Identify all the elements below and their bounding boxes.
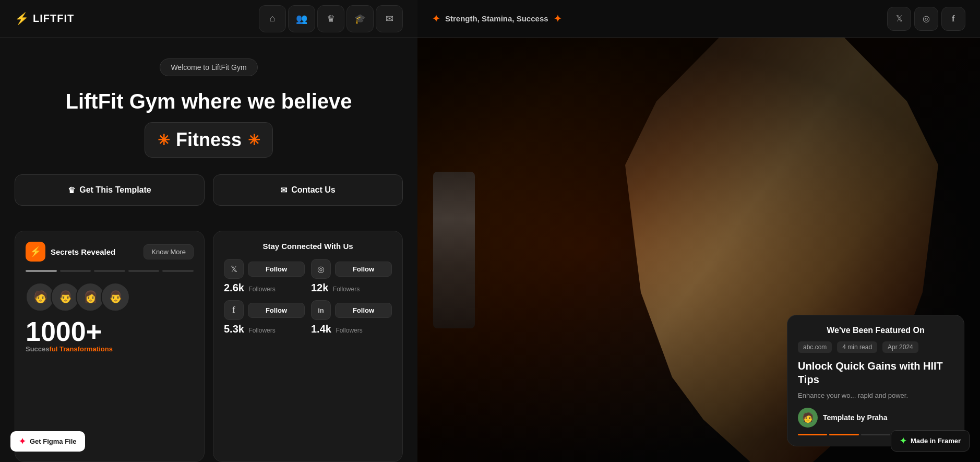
left-panel: ⚡ LIFTFIT ⌂ 👥 ♛ 🎓 ✉ Welcome to LiftFit G… bbox=[0, 0, 417, 462]
progress-bar-row bbox=[26, 270, 194, 272]
instagram-nav-button[interactable]: ◎ bbox=[914, 7, 938, 31]
progress-seg-4 bbox=[128, 270, 160, 272]
framer-label: Made in Framer bbox=[911, 437, 961, 445]
secrets-title: Secrets Revealed bbox=[51, 247, 115, 256]
logo-bolt-icon: ⚡ bbox=[15, 12, 29, 26]
get-template-label: Get This Template bbox=[79, 185, 151, 195]
author-avatar: 🧑 bbox=[798, 408, 818, 428]
contact-icon: ✉ bbox=[280, 185, 287, 195]
linkedin-follow-button[interactable]: Follow bbox=[335, 303, 392, 318]
facebook-followers-label: Followers bbox=[248, 327, 275, 334]
facebook-row: f Follow bbox=[224, 300, 305, 320]
hero-section: Welcome to LiftFit Gym LiftFit Gym where… bbox=[0, 38, 417, 231]
twitter-followers-label: Followers bbox=[248, 286, 275, 293]
instagram-followers-label: Followers bbox=[333, 286, 360, 293]
secrets-card: ⚡ Secrets Revealed Know More 🧑 👨 👩 👨 100 bbox=[15, 231, 205, 462]
facebook-icon: f bbox=[224, 300, 244, 320]
contact-label: Contact Us bbox=[291, 185, 335, 195]
facebook-nav-button[interactable]: f bbox=[941, 7, 965, 31]
star-left-icon: ✳ bbox=[158, 132, 170, 149]
instagram-follow-button[interactable]: Follow bbox=[335, 262, 392, 277]
linkedin-icon: in bbox=[311, 300, 331, 320]
social-nav-icons: 𝕏 ◎ f bbox=[887, 7, 965, 31]
social-card-title: Stay Connected With Us bbox=[224, 242, 392, 251]
bolt-icon: ⚡ bbox=[30, 246, 41, 257]
figma-icon: ✦ bbox=[19, 436, 26, 446]
star-right-icon: ✳ bbox=[248, 132, 260, 149]
navbar: ⚡ LIFTFIT ⌂ 👥 ♛ 🎓 ✉ bbox=[0, 0, 417, 38]
progress-seg-1 bbox=[26, 270, 57, 272]
twitter-icon: 𝕏 bbox=[224, 259, 244, 279]
made-in-framer-bar[interactable]: ✦ Made in Framer bbox=[891, 430, 970, 452]
feat-prog-2 bbox=[829, 434, 858, 435]
tagline-star-right-icon: ✦ bbox=[554, 13, 561, 25]
featured-title: We've Been Featured On bbox=[798, 326, 953, 335]
gym-background: We've Been Featured On abc.com 4 min rea… bbox=[417, 38, 980, 462]
twitter-row: 𝕏 Follow bbox=[224, 259, 305, 279]
welcome-badge: Welcome to LiftFit Gym bbox=[160, 58, 257, 76]
featured-read-time: 4 min read bbox=[837, 341, 877, 353]
bolt-icon-box: ⚡ bbox=[26, 242, 45, 262]
progress-seg-3 bbox=[94, 270, 125, 272]
hero-title: LiftFit Gym where we believe bbox=[65, 89, 352, 114]
instagram-stats: 12k Followers bbox=[311, 282, 392, 294]
tagline: ✦ Strength, Stamina, Success ✦ bbox=[432, 13, 561, 25]
featured-source: abc.com bbox=[798, 341, 832, 353]
facebook-follow-button[interactable]: Follow bbox=[248, 303, 305, 318]
social-grid: 𝕏 Follow 2.6k Followers ◎ Follow bbox=[224, 259, 392, 335]
progress-seg-2 bbox=[60, 270, 91, 272]
nav-icons: ⌂ 👥 ♛ 🎓 ✉ bbox=[259, 5, 403, 32]
linkedin-count: 1.4k bbox=[311, 323, 331, 335]
get-figma-bar[interactable]: ✦ Get Figma File bbox=[10, 431, 85, 452]
twitter-stats: 2.6k Followers bbox=[224, 282, 305, 294]
contact-us-button[interactable]: ✉ Contact Us bbox=[213, 174, 403, 206]
facebook-stats: 5.3k Followers bbox=[224, 323, 305, 335]
avatars-row: 🧑 👨 👩 👨 bbox=[26, 282, 194, 312]
featured-article-desc: Enhance your wo... rapid and power. bbox=[798, 390, 953, 401]
twitter-nav-button[interactable]: 𝕏 bbox=[887, 7, 911, 31]
equipment-left bbox=[433, 172, 475, 328]
facebook-count: 5.3k bbox=[224, 323, 244, 335]
right-navbar: ✦ Strength, Stamina, Success ✦ 𝕏 ◎ f bbox=[417, 0, 980, 38]
feat-prog-1 bbox=[798, 434, 827, 435]
tagline-star-left-icon: ✦ bbox=[432, 13, 440, 25]
featured-article-title: Unlock Quick Gains with HIIT Tips bbox=[798, 359, 953, 386]
template-icon: ♛ bbox=[68, 185, 75, 195]
courses-nav-btn[interactable]: 🎓 bbox=[346, 5, 374, 32]
transformations-label: Succesful Transformations bbox=[26, 345, 194, 353]
instagram-count: 12k bbox=[311, 282, 328, 293]
social-item-instagram: ◎ Follow 12k Followers bbox=[311, 259, 392, 294]
linkedin-stats: 1.4k Followers bbox=[311, 323, 392, 335]
framer-icon: ✦ bbox=[900, 436, 906, 446]
avatar-4: 👨 bbox=[101, 282, 130, 312]
social-item-linkedin: in Follow 1.4k Followers bbox=[311, 300, 392, 335]
mail-nav-btn[interactable]: ✉ bbox=[376, 5, 403, 32]
social-item-twitter: 𝕏 Follow 2.6k Followers bbox=[224, 259, 305, 294]
social-card: Stay Connected With Us 𝕏 Follow 2.6k Fol… bbox=[213, 231, 403, 462]
author-name: Template by Praha bbox=[823, 413, 887, 422]
social-item-facebook: f Follow 5.3k Followers bbox=[224, 300, 305, 335]
feat-prog-3 bbox=[861, 434, 890, 435]
gym-image-area: We've Been Featured On abc.com 4 min rea… bbox=[417, 38, 980, 462]
linkedin-row: in Follow bbox=[311, 300, 392, 320]
secrets-left: ⚡ Secrets Revealed bbox=[26, 242, 115, 262]
get-template-button[interactable]: ♛ Get This Template bbox=[15, 174, 205, 206]
logo-text: LIFTFIT bbox=[33, 13, 74, 25]
twitter-follow-button[interactable]: Follow bbox=[248, 262, 305, 277]
know-more-button[interactable]: Know More bbox=[144, 244, 194, 259]
get-figma-label: Get Figma File bbox=[30, 437, 77, 445]
home-nav-btn[interactable]: ⌂ bbox=[259, 5, 286, 32]
instagram-icon: ◎ bbox=[311, 259, 331, 279]
featured-date: Apr 2024 bbox=[882, 341, 918, 353]
twitter-count: 2.6k bbox=[224, 282, 244, 293]
progress-seg-5 bbox=[162, 270, 194, 272]
count-number: 1000+ bbox=[26, 318, 194, 345]
users-nav-btn[interactable]: 👥 bbox=[288, 5, 315, 32]
secrets-header: ⚡ Secrets Revealed Know More bbox=[26, 242, 194, 262]
tagline-text: Strength, Stamina, Success bbox=[445, 14, 548, 23]
logo: ⚡ LIFTFIT bbox=[15, 12, 74, 26]
bottom-row: ⚡ Secrets Revealed Know More 🧑 👨 👩 👨 100 bbox=[0, 231, 417, 462]
crown-nav-btn[interactable]: ♛ bbox=[317, 5, 344, 32]
cta-row: ♛ Get This Template ✉ Contact Us bbox=[15, 174, 403, 206]
right-panel: ✦ Strength, Stamina, Success ✦ 𝕏 ◎ f We'… bbox=[417, 0, 980, 462]
